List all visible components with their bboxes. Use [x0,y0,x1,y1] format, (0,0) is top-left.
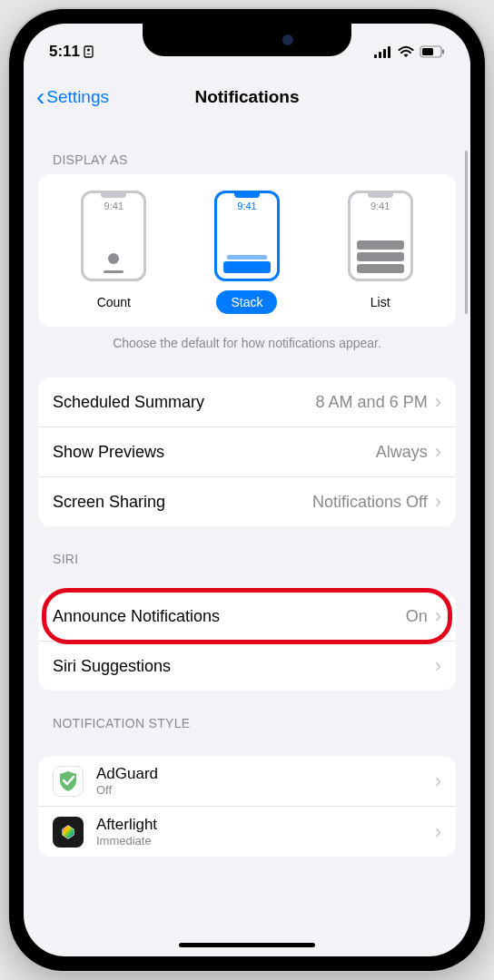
chevron-right-icon: › [435,440,441,464]
phone-screen: 5:11 [24,24,470,956]
card-icon [84,45,94,58]
chevron-right-icon: › [435,490,441,514]
nav-bar: ‹ Settings Notifications [24,74,470,120]
siri-header: SIRI [38,526,456,573]
row-label: Siri Suggestions [53,657,171,676]
row-label: Show Previews [53,443,164,462]
app-sub: Off [96,783,422,797]
chevron-right-icon: › [435,390,441,414]
row-label: Screen Sharing [53,493,165,512]
chevron-right-icon: › [435,769,441,793]
svg-rect-4 [383,49,386,58]
display-option-stack[interactable]: 9:41 Stack [214,191,280,314]
display-option-list[interactable]: 9:41 List [348,191,413,314]
app-name: Afterlight [96,816,422,834]
app-row-adguard[interactable]: AdGuard Off › [38,756,456,807]
status-icons [374,45,445,58]
chevron-right-icon: › [435,820,441,844]
show-previews-row[interactable]: Show Previews Always › [38,427,456,477]
row-value: Notifications Off [312,493,428,512]
count-mock: 9:41 [81,191,146,281]
svg-rect-0 [84,46,93,57]
notification-style-card: AdGuard Off › [38,756,456,857]
display-as-footer: Choose the default for how notifications… [38,327,456,359]
app-sub: Immediate [96,834,422,848]
wifi-icon [398,45,414,58]
list-label: List [356,290,405,314]
display-as-card: 9:41 Count 9:41 [38,174,456,327]
stack-mock: 9:41 [214,191,280,281]
siri-suggestions-row[interactable]: Siri Suggestions › [38,642,456,691]
notification-style-header: NOTIFICATION STYLE [38,691,456,738]
adguard-icon [53,766,84,797]
app-name: AdGuard [96,765,422,783]
row-label: Announce Notifications [53,607,220,626]
row-value: Always [376,443,428,462]
svg-rect-7 [422,48,433,55]
announce-notifications-row[interactable]: Announce Notifications On › [38,592,456,642]
battery-icon [420,45,445,58]
content-scroll[interactable]: DISPLAY AS 9:41 Count [24,120,470,956]
svg-point-1 [87,49,90,52]
row-value: 8 AM and 6 PM [316,393,428,412]
display-as-header: DISPLAY AS [38,127,456,174]
count-label: Count [83,290,145,314]
chevron-right-icon: › [435,654,441,678]
screen-sharing-row[interactable]: Screen Sharing Notifications Off › [38,477,456,526]
status-time-group: 5:11 [49,43,94,61]
status-time: 5:11 [49,43,80,61]
display-option-count[interactable]: 9:41 Count [81,191,146,314]
scheduled-summary-row[interactable]: Scheduled Summary 8 AM and 6 PM › [38,377,456,427]
siri-card: Announce Notifications On › Siri Suggest… [38,592,456,691]
chevron-left-icon: ‹ [36,83,44,112]
main-settings-card: Scheduled Summary 8 AM and 6 PM › Show P… [38,377,456,526]
back-label: Settings [46,87,109,107]
notch [143,24,351,56]
phone-frame: 5:11 [9,9,485,971]
svg-rect-8 [442,50,444,54]
stack-label: Stack [216,290,277,314]
afterlight-icon [53,817,84,848]
svg-rect-2 [374,54,377,58]
svg-rect-5 [388,46,390,58]
page-title: Notifications [194,87,299,107]
home-indicator[interactable] [179,943,315,947]
scrollbar[interactable] [465,151,468,314]
row-label: Scheduled Summary [53,393,204,412]
row-value: On [406,607,428,626]
chevron-right-icon: › [435,604,441,628]
back-button[interactable]: ‹ Settings [36,83,109,112]
list-mock: 9:41 [348,191,413,281]
app-row-afterlight[interactable]: Afterlight Immediate › [38,807,456,857]
svg-rect-3 [379,52,381,58]
cellular-icon [374,46,392,58]
